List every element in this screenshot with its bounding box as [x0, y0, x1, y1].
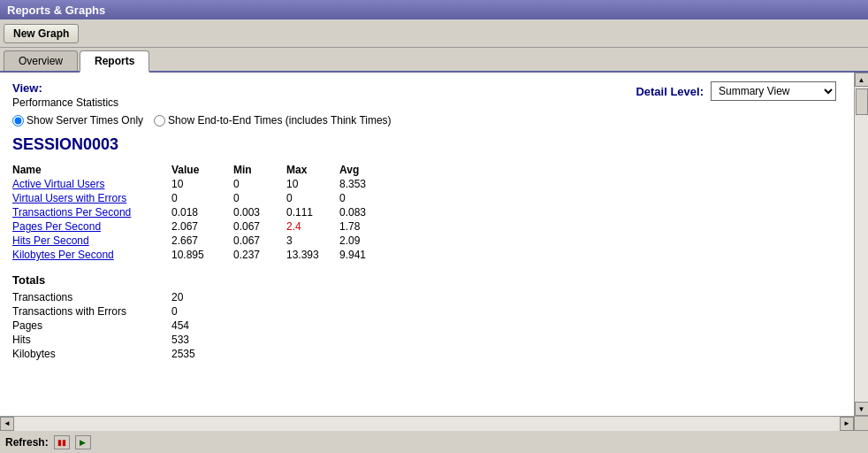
table-row: Active Virtual Users100108.353: [12, 177, 392, 191]
refresh-label: Refresh:: [5, 436, 49, 449]
row-name[interactable]: Transactions Per Second: [12, 205, 171, 219]
row-value: 2.067: [171, 219, 233, 234]
row-max: 13.393: [286, 248, 339, 262]
row-name-link[interactable]: Hits Per Second: [12, 234, 89, 247]
tab-overview[interactable]: Overview: [4, 50, 78, 71]
tab-bar: Overview Reports: [0, 48, 868, 73]
totals-row-value: 0: [171, 304, 204, 319]
row-avg: 9.941: [339, 248, 392, 262]
row-max: 2.4: [286, 219, 339, 234]
row-max: 10: [286, 177, 339, 191]
radio-e2e[interactable]: Show End-to-End Times (includes Think Ti…: [154, 114, 392, 127]
row-min: 0.067: [233, 234, 286, 248]
row-name-link[interactable]: Kilobytes Per Second: [12, 249, 114, 261]
totals-row: Pages454: [12, 319, 204, 333]
scroll-left-arrow[interactable]: ◄: [0, 417, 14, 431]
new-graph-button[interactable]: New Graph: [4, 24, 79, 43]
row-min: 0: [233, 177, 286, 191]
tab-reports[interactable]: Reports: [80, 50, 149, 73]
table-row: Transactions Per Second0.0180.0030.1110.…: [12, 205, 392, 219]
totals-row-label: Pages: [12, 319, 171, 333]
totals-row: Kilobytes2535: [12, 347, 204, 361]
totals-header: Totals: [12, 273, 204, 290]
row-value: 2.667: [171, 234, 233, 248]
radio-server[interactable]: Show Server Times Only: [12, 114, 143, 127]
scroll-track[interactable]: [855, 87, 868, 402]
row-avg: 8.353: [339, 177, 392, 191]
col-value: Value: [171, 163, 233, 177]
table-row: Virtual Users with Errors0000: [12, 191, 392, 205]
row-name[interactable]: Virtual Users with Errors: [12, 191, 171, 205]
row-name-link[interactable]: Virtual Users with Errors: [12, 192, 126, 204]
row-min: 0.237: [233, 248, 286, 262]
row-value: 0: [171, 191, 233, 205]
radio-e2e-input[interactable]: [154, 115, 165, 127]
row-avg: 2.09: [339, 234, 392, 248]
row-max: 0: [286, 191, 339, 205]
totals-row-value: 454: [171, 319, 204, 333]
stats-table: Name Value Min Max Avg Active Virtual Us…: [12, 163, 392, 262]
radio-row: Show Server Times Only Show End-to-End T…: [12, 114, 841, 127]
scroll-down-arrow[interactable]: ▼: [855, 402, 869, 416]
session-header: SESSION0003: [12, 135, 841, 154]
row-name-link[interactable]: Transactions Per Second: [12, 206, 131, 219]
h-scrollbar: ◄ ►: [0, 416, 868, 430]
row-name-link[interactable]: Pages Per Second: [12, 220, 101, 233]
col-avg: Avg: [339, 163, 392, 177]
row-avg: 1.78: [339, 219, 392, 234]
totals-table: Totals Transactions20Transactions with E…: [12, 273, 204, 361]
totals-section: Totals Transactions20Transactions with E…: [12, 273, 841, 361]
row-name[interactable]: Hits Per Second: [12, 234, 171, 248]
scroll-thumb[interactable]: [856, 88, 868, 115]
scroll-up-arrow[interactable]: ▲: [855, 73, 869, 87]
h-scroll-track[interactable]: [14, 417, 840, 431]
row-min: 0.067: [233, 219, 286, 234]
totals-row: Transactions with Errors0: [12, 304, 204, 319]
row-name[interactable]: Kilobytes Per Second: [12, 248, 171, 262]
row-name[interactable]: Pages Per Second: [12, 219, 171, 234]
row-avg: 0: [339, 191, 392, 205]
row-name-link[interactable]: Active Virtual Users: [12, 178, 104, 190]
play-button[interactable]: ▶: [75, 435, 91, 449]
row-value: 0.018: [171, 205, 233, 219]
row-max: 0.111: [286, 205, 339, 219]
row-value: 10.895: [171, 248, 233, 262]
title-bar: Reports & Graphs: [0, 0, 868, 19]
totals-row: Hits533: [12, 333, 204, 347]
row-max: 3: [286, 234, 339, 248]
right-scrollbar: ▲ ▼: [854, 73, 868, 416]
pause-button[interactable]: ▮▮: [54, 435, 70, 449]
detail-level-label: Detail Level:: [636, 85, 704, 98]
totals-row-value: 533: [171, 333, 204, 347]
status-bar: Refresh: ▮▮ ▶: [0, 430, 868, 453]
radio-server-input[interactable]: [12, 115, 24, 127]
totals-row-label: Hits: [12, 333, 171, 347]
totals-row-label: Transactions: [12, 290, 171, 304]
scroll-right-arrow[interactable]: ►: [840, 417, 854, 431]
main-content: Detail Level: Summary View Detail View V…: [0, 73, 854, 416]
row-min: 0.003: [233, 205, 286, 219]
table-row: Hits Per Second2.6670.06732.09: [12, 234, 392, 248]
window-title: Reports & Graphs: [7, 4, 105, 17]
totals-row-value: 20: [171, 290, 204, 304]
totals-row-value: 2535: [171, 347, 204, 361]
detail-level-section: Detail Level: Summary View Detail View: [636, 81, 836, 101]
table-row: Kilobytes Per Second10.8950.23713.3939.9…: [12, 248, 392, 262]
row-name[interactable]: Active Virtual Users: [12, 177, 171, 191]
content-area: Detail Level: Summary View Detail View V…: [0, 73, 868, 416]
detail-level-select[interactable]: Summary View Detail View: [712, 82, 835, 100]
main-window: Reports & Graphs New Graph Overview Repo…: [0, 0, 868, 453]
table-row: Pages Per Second2.0670.0672.41.78: [12, 219, 392, 234]
totals-row-label: Transactions with Errors: [12, 304, 171, 319]
totals-row: Transactions20: [12, 290, 204, 304]
row-avg: 0.083: [339, 205, 392, 219]
row-value: 10: [171, 177, 233, 191]
col-max: Max: [286, 163, 339, 177]
col-min: Min: [233, 163, 286, 177]
col-name: Name: [12, 163, 171, 177]
corner-square: [854, 417, 868, 431]
row-min: 0: [233, 191, 286, 205]
totals-row-label: Kilobytes: [12, 347, 171, 361]
toolbar: New Graph: [0, 19, 868, 48]
